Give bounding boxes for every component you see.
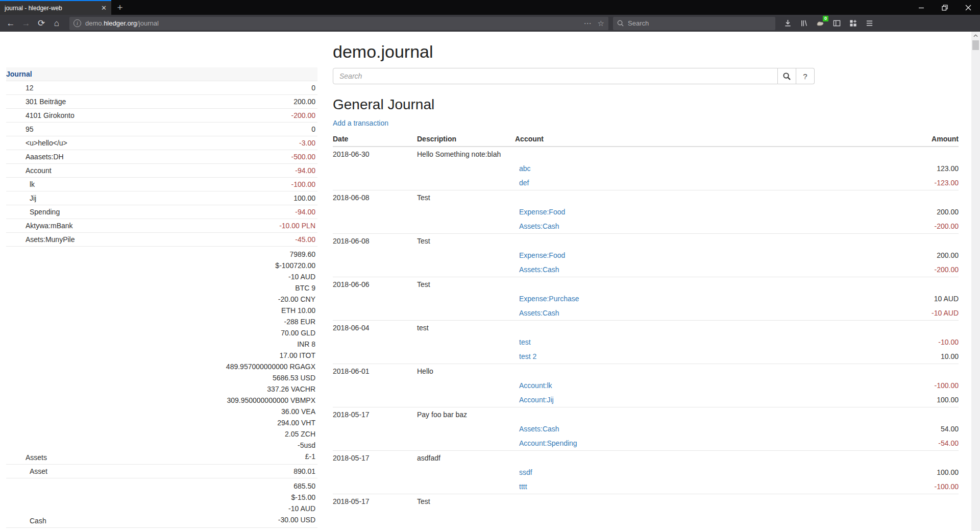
back-button[interactable]: ← [3,16,18,31]
transaction-title-row[interactable]: 2018-05-17Test [333,494,959,509]
table-header-row: Date Description Account Amount [333,132,959,147]
transaction-date: 2018-06-01 [333,364,417,378]
window-restore-button[interactable] [933,0,957,15]
account-link[interactable]: Aaasets:DH [6,152,64,161]
posting-account-link[interactable]: Assets:Cash [515,222,559,230]
url-bar[interactable]: i demo.hledger.org/journal ⋯ ☆ [69,17,608,30]
account-link[interactable]: Cash [6,516,46,525]
transaction-description: Hello [417,364,509,378]
transaction-title-row[interactable]: 2018-06-06Test [333,277,959,292]
account-balance: 0 [311,83,315,92]
toolbar-search[interactable]: Search [613,17,775,30]
window-close-button[interactable] [957,0,980,15]
posting-account-link[interactable]: tttt [515,482,527,491]
posting-account-link[interactable]: def [515,179,529,187]
window-controls [910,0,980,15]
account-link[interactable]: <u>hello</u> [6,138,67,148]
sidebar-account-row: Jij100.00 [6,191,317,205]
bookmark-star-icon[interactable]: ☆ [598,19,604,28]
sidebar-journal-link[interactable]: Journal [6,67,317,81]
account-link[interactable]: Account [6,166,52,175]
posting-row: Assets:Cash-10 AUD [333,306,959,320]
browser-toolbar: ← → ⟳ ⌂ i demo.hledger.org/journal ⋯ ☆ S… [0,15,980,32]
downloads-icon[interactable] [780,16,795,31]
posting-account-link[interactable]: Account:lk [515,381,552,390]
posting-account-link[interactable]: test [515,338,531,346]
sidebar-account-row: Account-94.00 [6,164,317,178]
posting-amount: -123.00 [892,176,959,190]
posting-account-link[interactable]: Account:Jij [515,396,554,404]
search-submit-button[interactable] [778,68,796,84]
transaction-description: Test [417,234,509,248]
sidebar-account-row: 950 [6,123,317,136]
account-link[interactable]: 95 [6,125,34,134]
posting-account-link[interactable]: Assets:Cash [515,266,559,274]
posting-account-link[interactable]: test 2 [515,352,536,360]
reload-button[interactable]: ⟳ [34,16,49,31]
journal-link-label[interactable]: Journal [6,69,32,79]
sidebar-account-row: 301 Beiträge200.00 [6,95,317,109]
tab-close-icon[interactable]: ✕ [101,4,107,12]
add-transaction-link[interactable]: Add a transaction [333,119,388,127]
posting-account-link[interactable]: Assets:Cash [515,425,559,433]
window-minimize-button[interactable] [910,0,933,15]
posting-row: Expense:Purchase10 AUD [333,292,959,306]
account-link[interactable]: Asset [6,467,47,476]
posting-account-link[interactable]: abc [515,164,531,173]
posting-account-link[interactable]: Expense:Food [515,251,565,259]
transaction-title-row[interactable]: 2018-05-17Pay foo bar baz [333,407,959,422]
page-actions-icon[interactable]: ⋯ [584,19,592,28]
posting-amount: -10.00 [892,335,959,349]
header-date: Date [333,132,417,146]
scrollbar-thumb[interactable] [972,40,979,50]
scrollbar-up-arrow[interactable] [971,33,980,37]
posting-account-link[interactable]: Expense:Purchase [515,295,579,303]
posting-account-link[interactable]: Assets:Cash [515,309,559,317]
browser-tab[interactable]: journal - hledger-web ✕ [0,0,111,15]
posting-account-link[interactable]: ssdf [515,468,532,476]
forward-button[interactable]: → [18,16,34,31]
transaction-block: 2018-06-08TestExpense:Food200.00Assets:C… [333,234,959,277]
library-icon[interactable] [797,16,811,31]
sidebar-account-row: 4101 Girokonto-200.00 [6,109,317,123]
sidebars-icon[interactable] [829,16,844,31]
posting-account-link[interactable]: Expense:Food [515,208,565,216]
account-link[interactable]: lk [6,180,35,189]
transaction-title-row[interactable]: 2018-06-04test [333,321,959,335]
sidebar-account-row: Aktywa:mBank-10.00 PLN [6,219,317,233]
page-content: Journal 120301 Beiträge200.004101 Giroko… [0,32,980,531]
account-link[interactable]: 4101 Girokonto [6,111,75,120]
journal-search-input[interactable] [333,68,778,84]
account-balance: -45.00 [295,235,315,244]
browser-titlebar: journal - hledger-web ✕ + [0,0,980,15]
account-link[interactable]: Spending [6,207,60,216]
transaction-title-row[interactable]: 2018-06-08Test [333,234,959,248]
posting-account-link[interactable]: Account:Spending [515,439,577,447]
sidebar-account-row: -117.00 [6,528,317,531]
search-help-button[interactable]: ? [796,68,815,84]
search-icon [783,73,791,80]
account-link[interactable]: Aktywa:mBank [6,221,73,230]
adblock-extension-icon[interactable]: 0 [813,16,827,31]
account-link[interactable]: Assets [6,453,47,462]
account-link[interactable]: 12 [6,83,34,92]
account-link[interactable]: 301 Beiträge [6,97,66,106]
account-balance: -3.00 [299,138,315,148]
posting-row: def-123.00 [333,176,959,190]
page-scrollbar[interactable] [971,32,980,531]
transaction-title-row[interactable]: 2018-06-08Test [333,190,959,205]
sidebar-account-row: Aaasets:DH-500.00 [6,150,317,164]
extensions-grid-icon[interactable] [846,16,860,31]
home-button[interactable]: ⌂ [49,16,64,31]
account-link[interactable]: Asets:MunyPile [6,235,75,244]
new-tab-button[interactable]: + [111,0,129,15]
transaction-title-row[interactable]: 2018-06-30Hello Something note:blah [333,147,959,161]
site-info-icon[interactable]: i [74,19,81,27]
header-description: Description [417,132,509,146]
transaction-description: Pay foo bar baz [417,407,509,422]
transaction-title-row[interactable]: 2018-06-01Hello [333,364,959,378]
menu-hamburger-icon[interactable] [862,16,876,31]
sidebar-account-row: Cash685.50$-15.00-10 AUD-30.00 USD [6,478,317,528]
account-link[interactable]: Jij [6,194,36,203]
transaction-title-row[interactable]: 2018-05-17asdfadf [333,451,959,465]
